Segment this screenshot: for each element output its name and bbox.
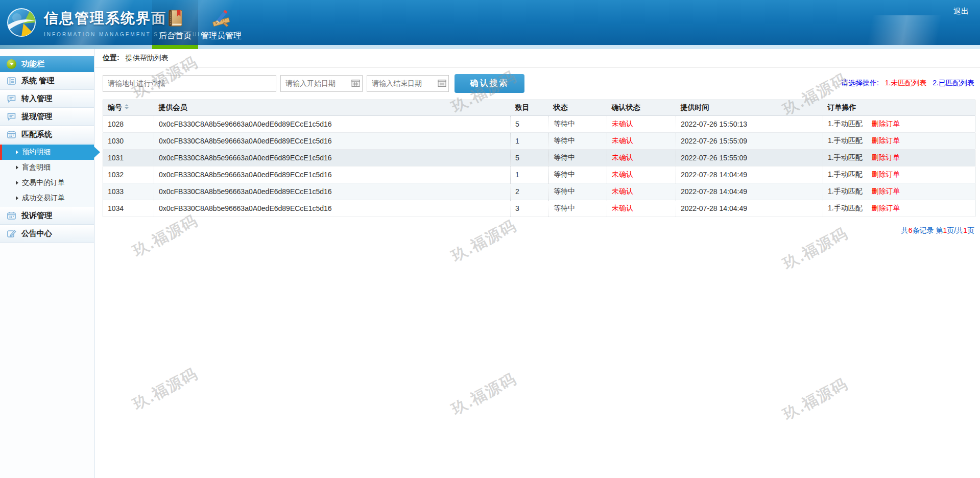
ops-label: 请选择操作: [841, 79, 879, 87]
orders-table: 编号 提供会员 数目 状态 确认状态 提供时间 订单操作 1028 0x0cFB… [103, 100, 975, 217]
chevron-down-icon [10, 63, 14, 67]
delete-order-link[interactable]: 删除订单 [872, 119, 900, 128]
delete-order-link[interactable]: 删除订单 [872, 187, 900, 195]
sidebar-item-transfer-in-management[interactable]: 转入管理 [0, 90, 94, 108]
cell-member-address: 0x0cFB330C8A8b5e96663a0A0edE6d89ECcE1c5d… [154, 150, 511, 166]
col-id[interactable]: 编号 [103, 100, 154, 116]
matched-list-link[interactable]: 2.已匹配列表 [933, 79, 974, 87]
cell-order-actions: 1.手动匹配 删除订单 [823, 200, 975, 217]
cell-confirm-status: 未确认 [607, 116, 676, 133]
start-date-input[interactable] [280, 75, 363, 92]
cell-confirm-status: 未确认 [607, 183, 676, 200]
delete-order-link[interactable]: 删除订单 [872, 153, 900, 161]
book-icon [165, 9, 185, 28]
manual-match-link[interactable]: 1.手动匹配 [828, 187, 863, 195]
start-date-wrap [280, 75, 363, 92]
manual-match-link[interactable]: 1.手动匹配 [828, 153, 863, 161]
triangle-bullet-icon [16, 181, 18, 185]
cell-id: 1031 [103, 150, 154, 166]
table-body: 1028 0x0cFB330C8A8b5e96663a0A0edE6d89ECc… [103, 116, 975, 217]
record-count: 6 [909, 226, 913, 234]
manual-match-link[interactable]: 1.手动匹配 [828, 119, 863, 128]
pagination-text: 页 [967, 226, 974, 234]
delete-order-link[interactable]: 删除订单 [872, 136, 900, 145]
table-row: 1030 0x0cFB330C8A8b5e96663a0A0edE6d89ECc… [103, 133, 975, 150]
cell-provide-time: 2022-07-26 15:55:09 [676, 133, 823, 150]
tab-backend-home[interactable]: 后台首页 [152, 0, 198, 45]
cell-member-address: 0x0cFB330C8A8b5e96663a0A0edE6d89ECcE1c5d… [154, 133, 511, 150]
triangle-bullet-icon [16, 165, 18, 170]
cell-provide-time: 2022-07-28 14:04:49 [676, 200, 823, 217]
breadcrumb-label: 位置: [103, 54, 119, 63]
sidebar-item-label: 匹配系统 [21, 130, 52, 139]
sidebar-item-label: 转入管理 [21, 94, 52, 104]
confirm-search-button[interactable]: 确认搜索 [455, 74, 524, 93]
sidebar-item-system-management[interactable]: 系统 管理 [0, 72, 94, 90]
submenu-item-successful-orders[interactable]: 成功交易订单 [0, 190, 94, 206]
cell-count: 3 [511, 200, 549, 217]
delete-order-link[interactable]: 删除订单 [872, 170, 900, 178]
cell-count: 5 [511, 150, 549, 166]
cell-order-actions: 1.手动匹配 删除订单 [823, 150, 975, 166]
sidebar-item-label: 提现管理 [21, 112, 52, 122]
sidebar-item-label: 投诉管理 [21, 211, 52, 221]
sidebar-item-label: 系统 管理 [21, 76, 54, 86]
manual-match-link[interactable]: 1.手动匹配 [828, 136, 863, 145]
cell-status: 等待中 [549, 200, 607, 217]
pagination-text: 页/共 [947, 226, 963, 234]
sort-icon[interactable] [125, 104, 129, 109]
cell-status: 等待中 [549, 150, 607, 166]
edit-icon [7, 229, 16, 238]
top-header: 信息管理系统界面 INFORMATION MANAGEMENT SYSTEM G… [0, 0, 980, 45]
tab-admin-management[interactable]: 管理员管理 [198, 0, 244, 45]
cell-confirm-status: 未确认 [607, 133, 676, 150]
sidebar-item-complaint-management[interactable]: 投诉管理 [0, 207, 94, 225]
col-member: 提供会员 [154, 100, 511, 116]
manual-match-link[interactable]: 1.手动匹配 [828, 204, 863, 212]
end-date-input[interactable] [367, 75, 449, 92]
submenu-item-label: 盲盒明细 [22, 163, 51, 172]
address-search-input[interactable] [103, 75, 276, 92]
sidebar-header-label: 功能栏 [21, 59, 44, 69]
collapse-circle-icon [7, 59, 16, 69]
pagination: 共6条记录 第1页/共1页 [95, 226, 974, 235]
sidebar: 功能栏 系统 管理 转入管理 提现管理 匹配系统 [0, 49, 94, 478]
cell-status: 等待中 [549, 133, 607, 150]
operation-links: 请选择操作: 1.未匹配列表 2.已匹配列表 [841, 79, 974, 88]
sidebar-header-function-bar[interactable]: 功能栏 [0, 56, 94, 72]
manual-match-link[interactable]: 1.手动匹配 [828, 170, 863, 178]
tab-label: 后台首页 [159, 31, 192, 41]
table-header-row: 编号 提供会员 数目 状态 确认状态 提供时间 订单操作 [103, 100, 975, 116]
header-tabs: 后台首页 管理员管理 [152, 0, 244, 45]
sidebar-item-withdrawal-management[interactable]: 提现管理 [0, 108, 94, 126]
chat-icon [7, 94, 16, 104]
cell-member-address: 0x0cFB330C8A8b5e96663a0A0edE6d89ECcE1c5d… [154, 166, 511, 183]
col-provide-time: 提供时间 [676, 100, 823, 116]
sidebar-item-announcement-center[interactable]: 公告中心 [0, 225, 94, 243]
triangle-bullet-icon [16, 196, 18, 200]
calendar-icon [7, 211, 16, 221]
col-confirm-status: 确认状态 [607, 100, 676, 116]
orders-table-wrap: 编号 提供会员 数目 状态 确认状态 提供时间 订单操作 1028 0x0cFB… [103, 100, 974, 217]
cell-provide-time: 2022-07-26 15:55:09 [676, 150, 823, 166]
calendar-picker-icon[interactable] [438, 79, 446, 87]
delete-order-link[interactable]: 删除订单 [872, 204, 900, 212]
tab-label: 管理员管理 [201, 31, 242, 41]
breadcrumb: 位置: 提供帮助列表 [95, 49, 980, 68]
active-tab-underline [152, 45, 198, 49]
cell-order-actions: 1.手动匹配 删除订单 [823, 166, 975, 183]
calendar-picker-icon[interactable] [351, 79, 360, 87]
submenu-item-blind-box-details[interactable]: 盲盒明细 [0, 160, 94, 175]
triangle-bullet-icon [16, 150, 18, 154]
submenu-item-reservation-details[interactable]: 预约明细 [0, 145, 94, 160]
cell-confirm-status: 未确认 [607, 200, 676, 217]
submenu-item-orders-in-trade[interactable]: 交易中的订单 [0, 175, 94, 190]
cell-confirm-status: 未确认 [607, 166, 676, 183]
chat-icon [7, 112, 16, 122]
sidebar-item-matching-system[interactable]: 匹配系统 [0, 126, 94, 144]
unmatched-list-link[interactable]: 1.未匹配列表 [885, 79, 927, 87]
cell-id: 1032 [103, 166, 154, 183]
logout-button[interactable]: 退出 [953, 7, 969, 16]
pagination-text: 共 [901, 226, 909, 234]
table-row: 1028 0x0cFB330C8A8b5e96663a0A0edE6d89ECc… [103, 116, 975, 133]
